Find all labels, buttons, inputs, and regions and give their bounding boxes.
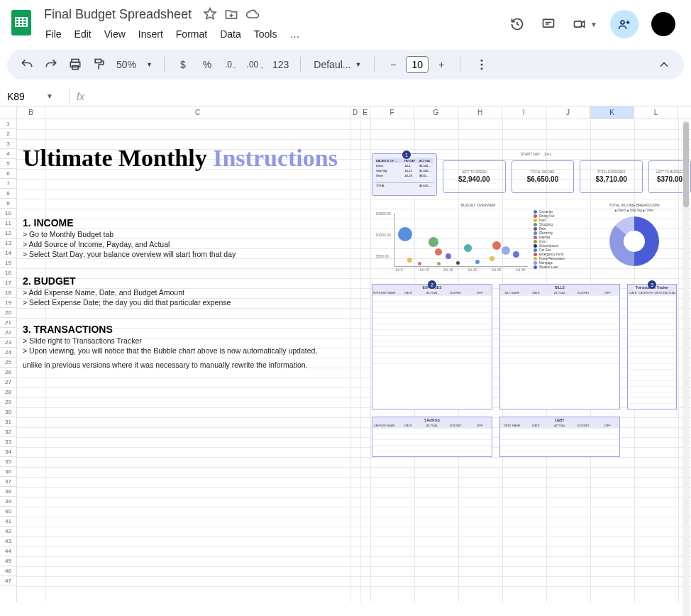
row-header[interactable]: 17	[0, 278, 16, 288]
col-header-c[interactable]: C	[45, 106, 350, 119]
row-header[interactable]: 8	[0, 189, 16, 199]
row-header[interactable]: 45	[0, 556, 16, 566]
undo-button[interactable]	[17, 55, 37, 75]
row-header[interactable]: 36	[0, 467, 16, 477]
row-header[interactable]: 23	[0, 338, 16, 348]
row-header[interactable]: 37	[0, 477, 16, 487]
account-avatar[interactable]	[651, 12, 675, 36]
scroll-thumb[interactable]	[683, 122, 689, 207]
history-icon[interactable]	[508, 15, 526, 33]
comments-icon[interactable]	[539, 15, 558, 33]
spreadsheet-grid[interactable]: B C D E F G H I J K L 123456789101112131…	[0, 106, 691, 602]
menu-more[interactable]: …	[284, 26, 305, 43]
row-header[interactable]: 18	[0, 288, 16, 298]
col-header-k[interactable]: K	[590, 106, 634, 119]
toolbar-more-button[interactable]	[472, 55, 492, 75]
menu-view[interactable]: View	[99, 26, 131, 43]
format-percent-button[interactable]: %	[197, 55, 217, 75]
row-header[interactable]: 6	[0, 169, 16, 179]
row-header[interactable]: 28	[0, 387, 16, 397]
row-header[interactable]: 32	[0, 427, 16, 437]
row-header[interactable]: 12	[0, 229, 16, 238]
row-header[interactable]: 22	[0, 328, 16, 338]
col-header-g[interactable]: G	[414, 106, 458, 119]
toolbar-collapse-button[interactable]	[654, 55, 674, 75]
col-header-i[interactable]: I	[502, 106, 546, 119]
row-header[interactable]: 16	[0, 268, 16, 278]
col-header-j[interactable]: J	[546, 106, 590, 119]
name-box[interactable]: K89 ▼	[0, 88, 70, 105]
row-header[interactable]: 20	[0, 308, 16, 318]
font-size-increase[interactable]: +	[431, 55, 451, 75]
row-header[interactable]: 44	[0, 546, 16, 556]
row-header[interactable]: 30	[0, 407, 16, 417]
row-header[interactable]: 14	[0, 248, 16, 258]
font-size-input[interactable]	[406, 56, 429, 73]
row-header[interactable]: 11	[0, 219, 16, 229]
vertical-scrollbar[interactable]	[682, 121, 690, 616]
row-header[interactable]: 43	[0, 537, 16, 546]
col-header-e[interactable]: E	[360, 106, 370, 119]
zoom-select[interactable]: 50%▼	[114, 59, 155, 70]
row-headers[interactable]: 1234567891011121314151617181920212223242…	[0, 119, 17, 602]
print-button[interactable]	[65, 55, 85, 75]
col-header-f[interactable]: F	[370, 106, 414, 119]
row-header[interactable]: 25	[0, 358, 16, 368]
row-header[interactable]: 39	[0, 497, 16, 507]
row-header[interactable]: 29	[0, 397, 16, 407]
row-header[interactable]: 5	[0, 159, 16, 169]
row-header[interactable]: 4	[0, 149, 16, 159]
row-header[interactable]: 13	[0, 238, 16, 248]
meet-button[interactable]: ▼	[570, 15, 597, 33]
star-icon[interactable]	[203, 7, 217, 21]
row-header[interactable]: 35	[0, 457, 16, 467]
share-button[interactable]	[610, 10, 639, 38]
row-header[interactable]: 10	[0, 209, 16, 219]
row-header[interactable]: 46	[0, 566, 16, 576]
row-header[interactable]: 2	[0, 129, 16, 139]
row-header[interactable]: 1	[0, 119, 16, 129]
format-currency-button[interactable]: $	[173, 55, 193, 75]
row-header[interactable]: 40	[0, 507, 16, 517]
row-header[interactable]: 19	[0, 298, 16, 308]
menu-data[interactable]: Data	[214, 26, 247, 43]
menu-edit[interactable]: Edit	[69, 26, 97, 43]
row-header[interactable]: 24	[0, 348, 16, 358]
redo-button[interactable]	[41, 55, 61, 75]
row-header[interactable]: 21	[0, 318, 16, 328]
column-headers[interactable]: B C D E F G H I J K L	[0, 106, 691, 119]
doc-title[interactable]: Final Budget Spreadsheet	[40, 6, 196, 23]
col-header-d[interactable]: D	[350, 106, 360, 119]
row-header[interactable]: 47	[0, 576, 16, 586]
menu-file[interactable]: File	[40, 26, 67, 43]
row-header[interactable]: 27	[0, 378, 16, 387]
font-family-select[interactable]: Defaul...▼	[309, 59, 365, 70]
font-size-decrease[interactable]: −	[383, 55, 403, 75]
row-header[interactable]: 38	[0, 487, 16, 497]
col-header-h[interactable]: H	[458, 106, 502, 119]
paint-format-button[interactable]	[89, 55, 109, 75]
formula-input[interactable]	[92, 87, 691, 106]
row-header[interactable]: 34	[0, 447, 16, 457]
decrease-decimal-button[interactable]: .0←	[221, 55, 241, 75]
col-header-l[interactable]: L	[634, 106, 678, 119]
format-number-button[interactable]: 123	[270, 55, 292, 75]
increase-decimal-button[interactable]: .00→	[245, 55, 265, 75]
menu-tools[interactable]: Tools	[248, 26, 283, 43]
col-header-b[interactable]: B	[17, 106, 45, 119]
menu-insert[interactable]: Insert	[133, 26, 169, 43]
row-header[interactable]: 3	[0, 139, 16, 149]
row-header[interactable]: 15	[0, 258, 16, 268]
move-icon[interactable]	[224, 7, 238, 21]
row-header[interactable]: 9	[0, 199, 16, 209]
row-header[interactable]: 7	[0, 179, 16, 189]
row-header[interactable]: 31	[0, 417, 16, 427]
row-header[interactable]: 42	[0, 527, 16, 537]
row-header[interactable]: 41	[0, 517, 16, 527]
row-header[interactable]: 26	[0, 368, 16, 378]
cloud-status-icon[interactable]	[245, 7, 260, 21]
sheets-logo[interactable]	[7, 9, 35, 37]
cells-canvas[interactable]: Ultimate Monthly Instructions 1. INCOME …	[17, 119, 691, 602]
row-header[interactable]: 33	[0, 437, 16, 447]
menu-format[interactable]: Format	[170, 26, 213, 43]
